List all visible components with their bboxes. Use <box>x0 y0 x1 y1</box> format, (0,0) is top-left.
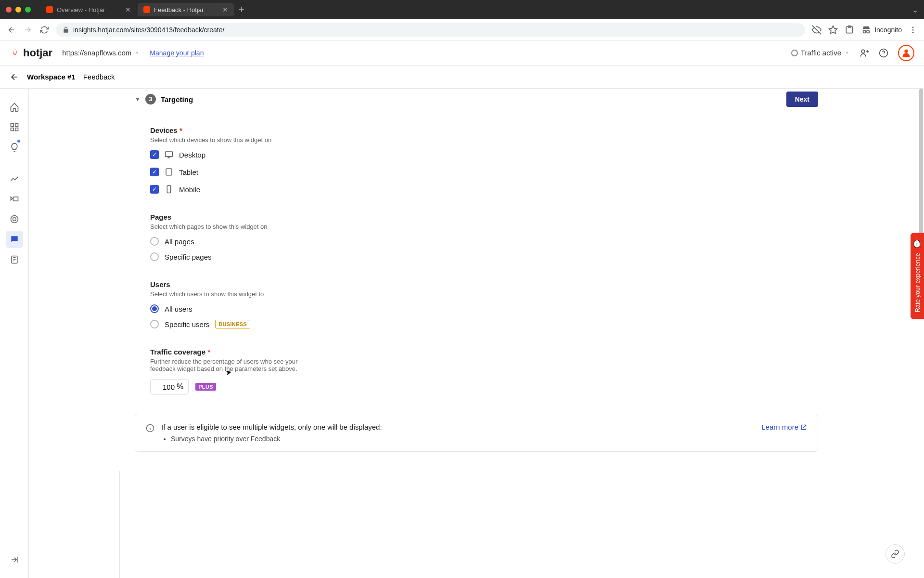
section-header: ▼ 3 Targeting Next <box>135 89 818 107</box>
eye-off-icon[interactable] <box>812 25 821 35</box>
back-arrow-button[interactable] <box>10 72 19 82</box>
next-button[interactable]: Next <box>786 92 818 107</box>
nav-expand[interactable] <box>6 551 23 568</box>
device-option-tablet[interactable]: ✓ Tablet <box>150 168 439 176</box>
info-heading: If a user is eligible to see multiple wi… <box>161 423 382 431</box>
users-subtitle: Select which users to show this widget t… <box>150 290 439 298</box>
traffic-subtitle: Further reduce the percentage of users w… <box>150 358 314 372</box>
svg-point-5 <box>912 29 914 30</box>
checkbox-checked-icon: ✓ <box>150 185 159 194</box>
business-badge: BUSINESS <box>215 320 250 328</box>
required-mark: * <box>207 348 210 356</box>
devices-subtitle: Select which devices to show this widget… <box>150 136 439 144</box>
back-button[interactable] <box>7 25 16 35</box>
traffic-title: Traffic coverage <box>150 348 205 356</box>
traffic-status-label: Traffic active <box>801 49 841 57</box>
device-label: Mobile <box>179 185 200 194</box>
maximize-window-icon[interactable] <box>25 7 31 13</box>
users-option-all[interactable]: All users <box>150 304 439 313</box>
traffic-status-dropdown[interactable]: Traffic active <box>791 49 850 57</box>
browser-tab-feedback[interactable]: Feedback - Hotjar ✕ <box>138 3 234 16</box>
learn-more-label: Learn more <box>761 423 798 431</box>
nav-highlights[interactable] <box>6 139 23 156</box>
device-option-desktop[interactable]: ✓ Desktop <box>150 150 439 159</box>
copy-link-button[interactable] <box>886 544 905 564</box>
manage-plan-link[interactable]: Manage your plan <box>150 49 204 57</box>
star-icon[interactable] <box>828 25 838 35</box>
address-bar[interactable]: insights.hotjar.com/sites/3090413/feedba… <box>56 23 805 37</box>
users-title: Users <box>150 280 439 289</box>
device-label: Tablet <box>179 168 198 176</box>
lock-icon <box>63 26 69 33</box>
app-header: hotjar https://snapflows.com Manage your… <box>0 40 924 66</box>
mobile-icon <box>165 185 173 194</box>
close-tab-icon[interactable]: ✕ <box>125 6 131 13</box>
svg-rect-13 <box>15 128 18 131</box>
users-label: Specific users <box>165 320 209 328</box>
device-option-mobile[interactable]: ✓ Mobile <box>150 185 439 194</box>
pages-subtitle: Select which pages to show this widget o… <box>150 223 439 230</box>
close-window-icon[interactable] <box>6 7 12 13</box>
users-option-specific[interactable]: Specific users BUSINESS <box>150 320 439 328</box>
extensions-icon[interactable] <box>845 25 854 35</box>
radio-unchecked-icon <box>150 252 159 261</box>
site-url: https://snapflows.com <box>62 49 131 57</box>
kebab-menu-icon[interactable] <box>909 26 917 34</box>
reload-button[interactable] <box>39 25 49 35</box>
pages-block: Pages Select which pages to show this wi… <box>150 213 439 261</box>
percentage-unit: % <box>177 382 183 391</box>
nav-recordings[interactable] <box>6 190 23 208</box>
invite-user-button[interactable] <box>860 48 869 58</box>
tab-title: Overview - Hotjar <box>57 6 105 13</box>
pages-option-specific[interactable]: Specific pages <box>150 252 439 261</box>
svg-point-3 <box>867 30 870 32</box>
browser-tab-overview[interactable]: Overview - Hotjar ✕ <box>40 3 137 16</box>
site-selector[interactable]: https://snapflows.com <box>62 49 140 57</box>
toolbar-actions: Incognito <box>812 25 917 35</box>
close-tab-icon[interactable]: ✕ <box>222 6 228 13</box>
rail-divider <box>9 163 20 163</box>
rate-experience-tab[interactable]: Rate your experience 💬 <box>911 233 924 319</box>
incognito-indicator[interactable]: Incognito <box>861 25 902 35</box>
info-bullet: Surveys have priority over Feedback <box>171 435 382 443</box>
checkbox-checked-icon: ✓ <box>150 168 159 176</box>
collapse-chevron-icon[interactable]: ▼ <box>135 96 141 103</box>
svg-rect-18 <box>166 169 172 175</box>
learn-more-link[interactable]: Learn more <box>761 423 807 431</box>
svg-point-2 <box>863 30 866 32</box>
device-label: Desktop <box>179 151 205 159</box>
external-link-icon <box>800 424 807 431</box>
person-icon <box>901 48 911 58</box>
browser-tabs: Overview - Hotjar ✕ Feedback - Hotjar ✕ <box>40 3 235 16</box>
nav-home[interactable] <box>6 98 23 116</box>
traffic-percentage-input[interactable]: % <box>150 379 189 394</box>
users-block: Users Select which users to show this wi… <box>150 280 439 328</box>
svg-point-7 <box>861 50 865 53</box>
hotjar-logo[interactable]: hotjar <box>10 47 52 59</box>
nav-feedback[interactable] <box>6 231 23 248</box>
nav-trends[interactable] <box>6 170 23 187</box>
notification-dot-icon <box>17 140 20 143</box>
chrome-menu-chevron-icon[interactable]: ⌄ <box>912 5 918 14</box>
chevron-down-icon <box>844 50 850 56</box>
traffic-block: Traffic coverage * Further reduce the pe… <box>150 348 439 394</box>
nav-dashboard[interactable] <box>6 118 23 136</box>
url-text: insights.hotjar.com/sites/3090413/feedba… <box>73 26 224 34</box>
nav-surveys[interactable] <box>6 251 23 268</box>
sidebar-rail <box>0 89 29 578</box>
svg-point-6 <box>912 31 914 33</box>
pages-option-all[interactable]: All pages <box>150 237 439 246</box>
help-button[interactable] <box>879 48 888 58</box>
user-avatar[interactable] <box>898 45 914 61</box>
radio-unchecked-icon <box>150 320 159 328</box>
required-mark: * <box>180 126 182 134</box>
svg-point-14 <box>11 216 18 223</box>
svg-rect-19 <box>167 186 171 193</box>
link-icon <box>891 550 899 558</box>
new-tab-button[interactable]: + <box>239 4 244 15</box>
nav-heatmaps[interactable] <box>6 210 23 228</box>
minimize-window-icon[interactable] <box>15 7 21 13</box>
section-title: Targeting <box>161 95 193 104</box>
percentage-field[interactable] <box>155 383 175 391</box>
forward-button[interactable] <box>23 25 33 35</box>
